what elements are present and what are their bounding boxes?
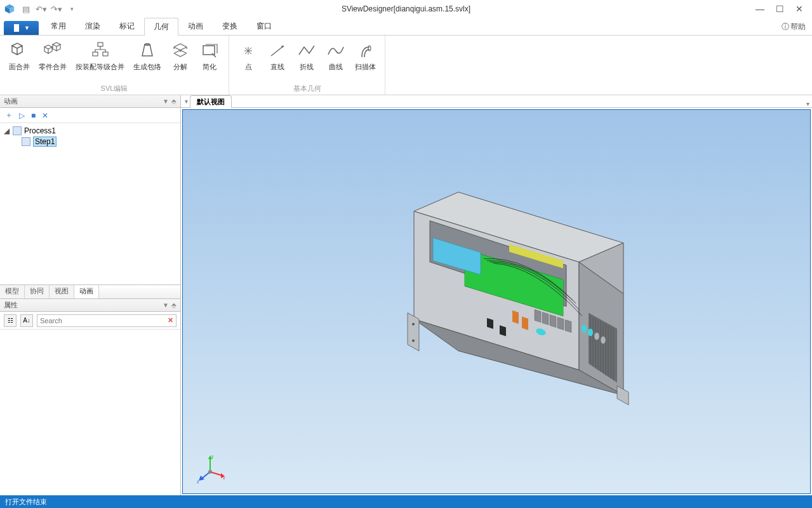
- polyline-icon: [296, 41, 317, 61]
- sort-az-button[interactable]: A↓: [20, 314, 33, 327]
- explode-icon: [170, 41, 190, 61]
- point-icon: [238, 41, 258, 61]
- svg-rect-6: [103, 52, 108, 56]
- quick-access-toolbar: ▤ ↶▾ ↷▾ ▾: [20, 3, 77, 15]
- svg-rect-4: [98, 43, 103, 46]
- curve-button[interactable]: 曲线: [322, 38, 350, 83]
- tab-transform[interactable]: 变换: [213, 17, 247, 35]
- svg-rect-8: [203, 46, 215, 55]
- view-tabs-dropdown-icon[interactable]: ▾: [185, 98, 188, 105]
- viewport-area: ▾ 默认视图 ▾: [181, 95, 812, 495]
- tree-node-process[interactable]: ◢ Process1: [1, 126, 179, 136]
- stop-button[interactable]: ■: [31, 111, 36, 120]
- tab-geometry[interactable]: 几何: [144, 18, 178, 36]
- 3d-viewport[interactable]: y x z: [182, 109, 811, 494]
- svg-point-43: [412, 340, 415, 342]
- line-button[interactable]: 直线: [263, 38, 291, 83]
- tab-markup[interactable]: 标记: [110, 17, 144, 35]
- svg-point-61: [208, 470, 212, 474]
- tab-window[interactable]: 窗口: [247, 17, 281, 35]
- save-icon[interactable]: ▤: [20, 3, 32, 15]
- maximize-button[interactable]: ☐: [776, 4, 784, 14]
- process-icon: [13, 126, 22, 135]
- svg-text:x: x: [223, 476, 225, 480]
- svg-text:y: y: [211, 454, 214, 459]
- part-merge-icon: [43, 41, 63, 61]
- play-button[interactable]: ▷: [19, 111, 25, 120]
- line-icon: [267, 41, 288, 61]
- explode-button[interactable]: 分解: [166, 38, 194, 83]
- redo-icon[interactable]: ↷▾: [51, 3, 62, 15]
- panel-pin-icon[interactable]: ⬘: [171, 98, 176, 105]
- face-merge-button[interactable]: 面合并: [5, 38, 34, 83]
- svg-marker-53: [565, 320, 571, 333]
- svg-rect-29: [522, 317, 528, 330]
- viewport-tab-default[interactable]: 默认视图: [190, 95, 232, 108]
- tab-collab[interactable]: 协同: [25, 285, 50, 298]
- panel-dropdown-icon[interactable]: ▼: [163, 98, 169, 105]
- help-button[interactable]: ⓘ 帮助: [782, 22, 806, 35]
- viewport-menu-icon[interactable]: ▾: [806, 100, 809, 107]
- svg-marker-49: [535, 310, 541, 323]
- simplify-button[interactable]: 简化: [196, 38, 223, 83]
- properties-search[interactable]: ✕: [37, 314, 176, 327]
- tab-common[interactable]: 常用: [41, 17, 76, 35]
- close-button[interactable]: ✕: [795, 4, 803, 14]
- svg-point-47: [594, 333, 599, 340]
- step-icon: [22, 137, 30, 146]
- polyline-button[interactable]: 折线: [293, 38, 321, 83]
- minimize-button[interactable]: —: [755, 4, 764, 14]
- face-merge-icon: [10, 41, 30, 61]
- sweep-button[interactable]: 扫描体: [351, 38, 380, 83]
- main-area: 动画 ▼⬘ ＋ ▷ ■ ✕ ◢ Process1 Step1 模型 协同 视图 …: [0, 95, 812, 495]
- search-input[interactable]: [40, 317, 168, 324]
- ribbon-group-label: 基本几何: [234, 83, 380, 95]
- svg-point-48: [601, 337, 606, 344]
- tab-model[interactable]: 模型: [0, 285, 25, 298]
- point-button[interactable]: 点: [234, 38, 262, 83]
- window-controls: — ☐ ✕: [755, 4, 808, 14]
- part-merge-button[interactable]: 零件合并: [35, 38, 70, 83]
- tab-render[interactable]: 渲染: [76, 17, 110, 35]
- undo-icon[interactable]: ↶▾: [36, 3, 47, 15]
- svg-rect-5: [93, 52, 98, 56]
- assembly-merge-button[interactable]: 按装配等级合并: [72, 38, 128, 83]
- envelope-icon: [137, 41, 157, 61]
- tab-view[interactable]: 视图: [50, 285, 74, 298]
- svg-marker-51: [550, 315, 556, 328]
- add-step-button[interactable]: ＋: [5, 110, 13, 121]
- panel-dropdown-icon[interactable]: ▼: [163, 302, 169, 309]
- svg-point-42: [412, 323, 415, 326]
- tab-animation[interactable]: 动画: [178, 17, 213, 35]
- ribbon-tabs: ▼ 常用 渲染 标记 几何 动画 变换 窗口 ⓘ 帮助: [0, 18, 812, 36]
- status-text: 打开文件结束: [5, 497, 47, 507]
- properties-body: [0, 330, 180, 495]
- help-icon: ⓘ: [782, 22, 789, 32]
- window-title: SViewDesigner[dianqigui.asm.15.svlx]: [342, 4, 470, 13]
- assembly-merge-icon: [90, 41, 110, 61]
- generate-envelope-button[interactable]: 生成包络: [130, 38, 165, 83]
- ribbon-group-basic-geometry: 点 直线 折线 曲线 扫描体 基本几何: [229, 36, 385, 95]
- clear-search-icon[interactable]: ✕: [168, 316, 173, 324]
- file-menu-button[interactable]: ▼: [4, 21, 39, 35]
- left-panel-tabs: 模型 协同 视图 动画: [0, 284, 180, 298]
- svg-rect-28: [512, 311, 519, 324]
- categorize-button[interactable]: ☷: [4, 314, 17, 327]
- panel-pin-icon[interactable]: ⬘: [171, 302, 176, 309]
- ribbon: 面合并 零件合并 按装配等级合并 生成包络 分解 简化 S: [0, 36, 812, 95]
- collapse-icon[interactable]: ◢: [4, 126, 10, 135]
- tree-node-step[interactable]: Step1: [1, 136, 179, 147]
- curve-icon: [326, 41, 346, 61]
- svg-line-13: [271, 46, 284, 56]
- ribbon-group-label: SVL编辑: [5, 83, 223, 95]
- viewport-tabs: ▾ 默认视图 ▾: [181, 95, 812, 108]
- svg-point-46: [588, 329, 593, 337]
- delete-button[interactable]: ✕: [42, 111, 48, 120]
- tab-anim[interactable]: 动画: [74, 285, 99, 298]
- properties-panel: 属性 ▼⬘ ☷ A↓ ✕: [0, 298, 180, 495]
- animation-panel-header: 动画 ▼⬘: [0, 95, 180, 108]
- status-bar: 打开文件结束: [0, 495, 812, 508]
- svg-marker-52: [557, 318, 564, 330]
- svg-marker-41: [408, 313, 419, 351]
- qat-dropdown-icon[interactable]: ▾: [66, 3, 77, 15]
